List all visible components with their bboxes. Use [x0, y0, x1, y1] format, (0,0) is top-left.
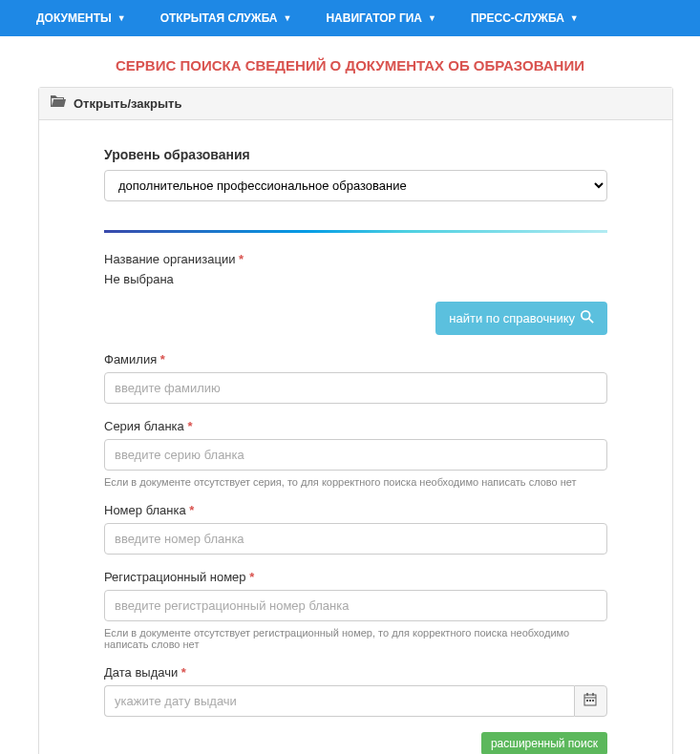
blank-number-input[interactable] [104, 523, 607, 555]
organization-label: Название организации * [104, 252, 607, 266]
main-nav: ДОКУМЕНТЫ ▼ ОТКРЫТАЯ СЛУЖБА ▼ НАВИГАТОР … [0, 0, 700, 36]
blank-number-label: Номер бланка * [104, 503, 607, 517]
issue-date-label: Дата выдачи * [104, 665, 607, 680]
calendar-icon [583, 693, 597, 709]
chevron-down-icon: ▼ [117, 13, 126, 23]
svg-rect-6 [586, 700, 588, 702]
chevron-down-icon: ▼ [570, 13, 579, 23]
required-mark: * [239, 252, 244, 266]
organization-value: Не выбрана [104, 272, 607, 286]
chevron-down-icon: ▼ [284, 13, 292, 23]
nav-open-service[interactable]: ОТКРЫТАЯ СЛУЖБА ▼ [143, 0, 309, 36]
lookup-organization-button[interactable]: найти по справочнику [435, 302, 607, 335]
reg-number-hint: Если в документе отсутствует регистрацио… [104, 627, 607, 650]
issue-date-input[interactable] [104, 685, 574, 717]
reg-number-label: Регистрационный номер * [104, 570, 607, 584]
reg-number-group: Регистрационный номер * Если в документе… [104, 570, 607, 650]
chevron-down-icon: ▼ [428, 13, 436, 23]
blank-number-group: Номер бланка * [104, 503, 607, 555]
blank-series-group: Серия бланка * Если в документе отсутств… [104, 419, 607, 488]
required-mark: * [181, 665, 186, 680]
nav-press-service[interactable]: ПРЕСС-СЛУЖБА ▼ [454, 0, 596, 36]
required-mark: * [189, 503, 194, 517]
surname-group: Фамилия * [104, 352, 607, 404]
panel-header-label: Открыть/закрыть [74, 96, 181, 111]
organization-group: Название организации * Не выбрана [104, 252, 607, 286]
svg-point-0 [582, 311, 590, 320]
svg-line-1 [589, 319, 593, 323]
nav-label: ПРЕСС-СЛУЖБА [471, 11, 564, 25]
search-icon [581, 310, 594, 326]
search-form: Уровень образования дополнительное профе… [39, 120, 672, 754]
education-level-label: Уровень образования [104, 147, 607, 162]
reg-number-input[interactable] [104, 590, 607, 621]
divider [104, 230, 607, 233]
blank-series-input[interactable] [104, 439, 607, 471]
lookup-button-label: найти по справочнику [449, 311, 575, 325]
nav-documents[interactable]: ДОКУМЕНТЫ ▼ [19, 0, 143, 36]
required-mark: * [160, 352, 165, 367]
svg-rect-8 [592, 700, 594, 702]
surname-input[interactable] [104, 372, 607, 404]
required-mark: * [249, 570, 254, 584]
education-level-select[interactable]: дополнительное профессиональное образова… [104, 170, 607, 201]
nav-navigator-gia[interactable]: НАВИГАТОР ГИА ▼ [308, 0, 453, 36]
issue-date-group: Дата выдачи * [104, 665, 607, 717]
nav-label: ОТКРЫТАЯ СЛУЖБА [160, 11, 278, 25]
surname-label: Фамилия * [104, 352, 607, 367]
advanced-search-button[interactable]: расширенный поиск [481, 732, 607, 754]
folder-open-icon [51, 95, 66, 112]
blank-series-label: Серия бланка * [104, 419, 607, 433]
education-level-group: Уровень образования дополнительное профе… [104, 147, 607, 201]
blank-series-hint: Если в документе отсутствует серия, то д… [104, 476, 607, 488]
required-mark: * [187, 419, 192, 433]
nav-label: ДОКУМЕНТЫ [36, 11, 112, 25]
search-panel: Открыть/закрыть Уровень образования допо… [38, 87, 673, 754]
calendar-button[interactable] [574, 685, 607, 717]
panel-header[interactable]: Открыть/закрыть [39, 88, 672, 120]
page-title: СЕРВИС ПОИСКА СВЕДЕНИЙ О ДОКУМЕНТАХ ОБ О… [0, 36, 700, 87]
svg-rect-7 [589, 700, 591, 702]
nav-label: НАВИГАТОР ГИА [326, 11, 422, 25]
